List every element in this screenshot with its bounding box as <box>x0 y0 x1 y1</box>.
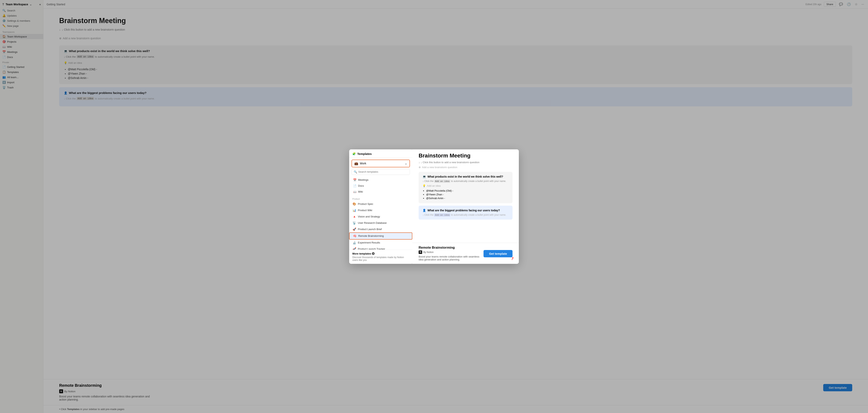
preview-hint-badge: Add an idea <box>434 180 450 183</box>
product-launch-tracker-icon: 🚀 <box>352 247 356 249</box>
preview-template-name: Remote Brainstorming <box>418 246 484 249</box>
more-templates-desc: Discover thousands of templates made by … <box>352 256 409 262</box>
preview-bottom: Remote Brainstorming N By Notion Boost y… <box>412 243 519 264</box>
more-templates-badge: ● <box>372 252 375 255</box>
category-wiki[interactable]: 📖 Wiki <box>351 189 410 195</box>
vision-strategy-icon: 🔺 <box>352 215 356 218</box>
preview-block-1-hint: ↓ Click the Add an idea to automatically… <box>423 180 508 183</box>
preview-bulb-icon: 💡 <box>423 184 426 187</box>
template-item-product-launch-brief[interactable]: 🚀 Product Launch Brief <box>349 226 412 232</box>
more-templates-title: More templates ● <box>352 252 409 255</box>
search-icon: 🔍 <box>354 170 357 173</box>
dropdown-chevron: ⌄ <box>405 162 407 165</box>
category-docs[interactable]: 📄 Docs <box>351 183 410 189</box>
preview-block-1-header: 💻 What products exist in the world we th… <box>423 175 508 178</box>
cursor-icon: ↗ <box>510 256 515 261</box>
preview-by-notion: N By Notion <box>418 250 484 254</box>
remote-brainstorming-icon: 🧠 <box>353 234 357 238</box>
meetings-cat-icon: 📅 <box>353 178 356 181</box>
preview-template-desc: Boost your teams remote collaboration wi… <box>418 255 484 261</box>
preview-block-2-header: 👤 What are the biggest problems facing o… <box>423 209 508 212</box>
user-research-icon: 📡 <box>352 221 356 225</box>
preview-add-question[interactable]: ⊕ Add a new brainstorm question <box>418 166 513 169</box>
work-dropdown[interactable]: 💼 Work ⌄ <box>351 159 410 167</box>
category-nav: 📅 Meetings 📄 Docs 📖 Wiki <box>349 176 412 196</box>
work-icon: 💼 <box>354 161 358 165</box>
preview-header: Brainstorm Meeting ↓ ↓ Click this button… <box>412 149 519 172</box>
product-section-label: Product <box>349 196 412 201</box>
more-templates-section: More templates ● Discover thousands of t… <box>349 249 412 264</box>
experiment-results-icon: 🔬 <box>352 241 356 244</box>
preview-template-info: Remote Brainstorming N By Notion Boost y… <box>418 246 484 261</box>
template-list: Product 🎨 Product Spec 📊 Product Wiki 🔺 … <box>349 196 412 249</box>
product-launch-brief-icon: 🚀 <box>352 228 356 231</box>
get-template-container: Get template ↗ <box>484 249 513 257</box>
work-dropdown-left: 💼 Work <box>354 161 366 165</box>
preview-block-2-icon: 👤 <box>423 209 426 212</box>
template-item-product-wiki[interactable]: 📊 Product Wiki <box>349 207 412 213</box>
preview-block-1-title: What products exist in the world we thin… <box>428 175 503 178</box>
docs-cat-icon: 📄 <box>353 184 356 187</box>
preview-block-2-title: What are the biggest problems facing our… <box>428 209 500 212</box>
preview-title: Brainstorm Meeting <box>418 152 513 159</box>
preview-blocks: 💻 What products exist in the world we th… <box>412 172 519 243</box>
preview-block-2-hint: ↓ Click the Add an idea to automatically… <box>423 213 508 216</box>
template-item-vision-strategy[interactable]: 🔺 Vision and Strategy <box>349 213 412 220</box>
template-item-remote-brainstorming[interactable]: 🧠 Remote Brainstorming <box>349 232 412 240</box>
product-wiki-icon: 📊 <box>352 209 356 212</box>
preview-bullet-list-1: @Matt Piccolella (Old) - @Yiwen Zhan - @… <box>423 189 508 200</box>
notion-logo-small: N <box>418 250 422 254</box>
preview-add-idea-1[interactable]: 💡 Add an idea <box>423 184 508 187</box>
templates-title: Templates <box>357 152 372 155</box>
template-item-product-spec[interactable]: 🎨 Product Spec <box>349 201 412 207</box>
modal-overlay: 🧩 Templates 💼 Work ⌄ 🔍 📅 Meeti <box>0 0 868 413</box>
product-spec-icon: 🎨 <box>352 202 356 206</box>
templates-modal: 🧩 Templates 💼 Work ⌄ 🔍 📅 Meeti <box>349 149 519 264</box>
templates-panel: 🧩 Templates 💼 Work ⌄ 🔍 📅 Meeti <box>349 149 412 264</box>
work-label: Work <box>360 162 366 165</box>
preview-block-1-icon: 💻 <box>423 175 426 178</box>
template-item-experiment-results[interactable]: 🔬 Experiment Results <box>349 240 412 246</box>
preview-block-1: 💻 What products exist in the world we th… <box>418 172 513 203</box>
get-template-button[interactable]: Get template <box>484 250 513 257</box>
search-input[interactable] <box>358 170 408 173</box>
template-preview: Brainstorm Meeting ↓ ↓ Click this button… <box>412 149 519 264</box>
list-item: @Yiwen Zhan - <box>426 193 508 196</box>
add-q-icon: ⊕ <box>418 166 421 169</box>
preview-hint: ↓ ↓ Click this button to add a new brain… <box>418 161 513 164</box>
template-item-product-launch-tracker[interactable]: 🚀 Product Launch Tracker <box>349 246 412 249</box>
list-item: @Sohrab Amin - <box>426 196 508 200</box>
template-item-user-research[interactable]: 📡 User Research Database <box>349 220 412 226</box>
search-bar: 🔍 <box>351 169 410 175</box>
wiki-cat-icon: 📖 <box>353 190 356 194</box>
list-item: @Matt Piccolella (Old) - <box>426 189 508 193</box>
templates-title-icon: 🧩 <box>352 152 356 155</box>
preview-hint-badge-2: Add an idea <box>434 213 450 216</box>
templates-header: 🧩 Templates <box>349 149 412 158</box>
preview-block-2: 👤 What are the biggest problems facing o… <box>418 206 513 219</box>
category-meetings[interactable]: 📅 Meetings <box>351 177 410 183</box>
